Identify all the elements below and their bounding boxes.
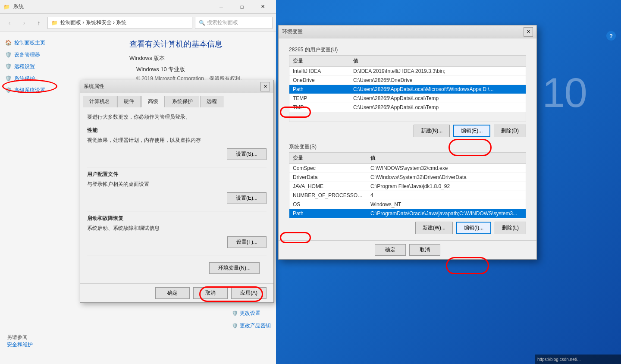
dialog-content: 要进行大多数更改，你必须作为管理员登录。 性能 视觉效果，处理器计划，内存使用，… [80,107,273,283]
search-bar[interactable]: 🔍 搜索控制面板 [195,17,273,29]
sidebar-item-control-panel-home[interactable]: 🏠 控制面板主页 [3,37,57,49]
sys-vars-title: 系统变量(S) [289,143,526,151]
user-var-row[interactable]: TMPC:\Users\28265\AppData\Local\Temp [289,103,526,112]
sys-vars-col-value: 值 [367,153,526,164]
security-link[interactable]: 安全和维护 [7,342,33,348]
env-titlebar: 环境变量 ✕ [279,25,536,38]
startup-recovery-section: 启动和故障恢复 系统启动、系统故障和调试信息 设置(T)... [87,215,267,248]
performance-section: 性能 视觉效果，处理器计划，内存使用，以及虚拟内存 设置(S)... [87,127,267,160]
sys-vars-col-name: 变量 [289,153,367,164]
sys-var-row[interactable]: OSWindows_NT [289,200,526,209]
env-dialog-body: 28265 的用户变量(U) 变量 值 IntelliJ IDEAD:\IDEA… [279,38,536,237]
help-icon[interactable]: ? [606,31,616,41]
performance-desc: 视觉效果，处理器计划，内存使用，以及虚拟内存 [87,137,267,144]
home-icon: 🏠 [5,40,12,47]
user-vars-edit-button[interactable]: 编辑(E)... [453,125,490,137]
windows-version-label: Windows 版本 [129,54,245,62]
see-also-label: 另请参阅 [7,334,28,340]
user-vars-col-name: 变量 [289,56,350,67]
main-window-title: 系统 [13,3,211,10]
address-text: 控制面板 › 系统和安全 › 系统 [60,19,126,26]
startup-recovery-title: 启动和故障恢复 [87,215,267,222]
sidebar-item-system-protection[interactable]: 🛡️ 系统保护 [3,73,57,85]
env-cancel-button[interactable]: 取消 [409,244,440,256]
tab-remote[interactable]: 远程 [200,96,223,107]
titlebar-buttons: ─ □ ✕ [211,0,273,13]
sys-edit-annotation [446,257,489,274]
user-vars-table: 变量 值 IntelliJ IDEAD:\IDEA 2019\IntelliJ … [289,56,526,112]
startup-recovery-desc: 系统启动、系统故障和调试信息 [87,225,267,232]
back-button[interactable]: ‹ [3,17,16,29]
cancel-button[interactable]: 取消 [193,287,228,299]
forward-button[interactable]: › [18,17,30,29]
env-vars-dialog: 环境变量 ✕ 28265 的用户变量(U) 变量 值 I [278,25,537,260]
env-dialog-footer: 确定 取消 [279,240,536,259]
env-ok-button[interactable]: 确定 [375,244,406,256]
user-vars-title: 28265 的用户变量(U) [289,46,526,53]
minimize-button[interactable]: ─ [211,0,231,13]
sys-vars-section: 系统变量(S) 变量 值 ComSpecC:\WINDOWS\system32\… [289,143,526,237]
env-dialog-title: 环境变量 [282,28,524,35]
user-profiles-section: 用户配置文件 与登录帐户相关的桌面设置 设置(E)... [87,171,267,204]
sys-vars-btn-row: 新建(W)... 编辑(I)... 删除(L) [289,219,526,237]
dialog-titlebar: 系统属性 ✕ [80,80,273,93]
admin-note: 要进行大多数更改，你必须作为管理员登录。 [87,113,267,121]
sys-props-dialog: 系统属性 ✕ 计算机名 硬件 高级 系统保护 远程 要进行大多数更改，你必须作为… [80,80,274,303]
main-titlebar: 📁 系统 ─ □ ✕ [0,0,276,14]
maximize-button[interactable]: □ [232,0,252,13]
up-button[interactable]: ↑ [33,17,45,29]
env-vars-btn-row: 环境变量(N)... [87,259,267,277]
desktop: ows 10 ? 📁 系统 ─ □ ✕ ‹ › ↑ 📁 控制面板 › 系统和安全… [0,0,621,364]
ok-button[interactable]: 确定 [155,287,190,299]
user-vars-btn-row: 新建(N)... 编辑(E)... 删除(D) [289,122,526,140]
sys-vars-table: 变量 值 ComSpecC:\WINDOWS\system32\cmd.exeD… [289,153,526,219]
change-product-key-link[interactable]: 更改产品密钥 [240,322,271,329]
sidebar-item-device-manager[interactable]: 🛡️ 设备管理器 [3,49,57,61]
apply-button[interactable]: 应用(A) [231,287,267,299]
sys-vars-delete-button[interactable]: 删除(L) [495,222,526,234]
change-settings-link[interactable]: 更改设置 [240,310,260,317]
sidebar-item-remote-settings[interactable]: 🛡️ 远程设置 [3,61,57,73]
dialog-title: 系统属性 [84,83,260,90]
sys-var-row[interactable]: DriverDataC:\Windows\System32\Drivers\Dr… [289,173,526,182]
sidebar-item-advanced-settings[interactable]: 🛡️ 高级系统设置 [3,85,57,97]
tab-system-protection[interactable]: 系统保护 [166,96,199,107]
sys-var-row[interactable]: NUMBER_OF_PROCESSORS4 [289,191,526,200]
close-button[interactable]: ✕ [253,0,273,13]
user-vars-section: 28265 的用户变量(U) 变量 值 IntelliJ IDEAD:\IDEA… [289,46,526,140]
user-var-row[interactable]: IntelliJ IDEAD:\IDEA 2019\IntelliJ IDEA … [289,67,526,76]
user-var-row[interactable]: PathC:\Users\28265\AppData\Local\Microso… [289,85,526,94]
user-vars-table-container[interactable]: 变量 值 IntelliJ IDEAD:\IDEA 2019\IntelliJ … [289,55,526,122]
sys-var-row[interactable]: JAVA_HOMEC:\Program Files\Java\jdk1.8.0_… [289,182,526,191]
footer-area: 另请参阅 安全和维护 [7,334,33,348]
user-vars-delete-button[interactable]: 删除(D) [494,125,526,137]
tab-computer-name[interactable]: 计算机名 [83,96,116,107]
user-profiles-settings-button[interactable]: 设置(E)... [227,192,267,204]
user-profiles-desc: 与登录帐户相关的桌面设置 [87,181,267,188]
sys-var-row[interactable]: PathC:\ProgramData\Oracle\Java\javapath;… [289,209,526,218]
sidebar: 🏠 控制面板主页 🛡️ 设备管理器 🛡️ 远程设置 🛡️ 系统保护 🛡️ [0,32,60,332]
tabs-container: 计算机名 硬件 高级 系统保护 远程 [80,93,273,107]
shield-icon: 🛡️ [5,75,12,82]
user-vars-col-value: 值 [350,56,526,67]
env-dialog-close[interactable]: ✕ [524,27,533,37]
user-var-row[interactable]: TEMPC:\Users\28265\AppData\Local\Temp [289,94,526,103]
sys-vars-table-container[interactable]: 变量 值 ComSpecC:\WINDOWS\system32\cmd.exeD… [289,152,526,219]
search-placeholder: 搜索控制面板 [207,19,238,26]
startup-recovery-settings-button[interactable]: 设置(T)... [227,236,267,248]
user-vars-new-button[interactable]: 新建(N)... [414,125,450,137]
address-bar[interactable]: 📁 控制面板 › 系统和安全 › 系统 [47,17,192,29]
user-profiles-title: 用户配置文件 [87,171,267,178]
tab-hardware[interactable]: 硬件 [117,96,141,107]
performance-settings-button[interactable]: 设置(S)... [227,148,267,160]
sys-vars-edit-button[interactable]: 编辑(I)... [456,222,491,234]
sys-var-row[interactable]: ComSpecC:\WINDOWS\system32\cmd.exe [289,164,526,173]
advanced-icon: 🛡️ [5,87,12,94]
sys-vars-new-button[interactable]: 新建(W)... [415,222,453,234]
env-vars-button[interactable]: 环境变量(N)... [209,262,260,274]
dialog-close-button[interactable]: ✕ [260,82,270,91]
url-bar: https://blog.csdn.net/... [535,355,621,364]
right-links: 🛡️ 更改设置 🛡️ 更改产品密钥 [232,310,271,329]
user-var-row[interactable]: OneDriveC:\Users\28265\OneDrive [289,76,526,85]
tab-advanced[interactable]: 高级 [141,96,165,107]
